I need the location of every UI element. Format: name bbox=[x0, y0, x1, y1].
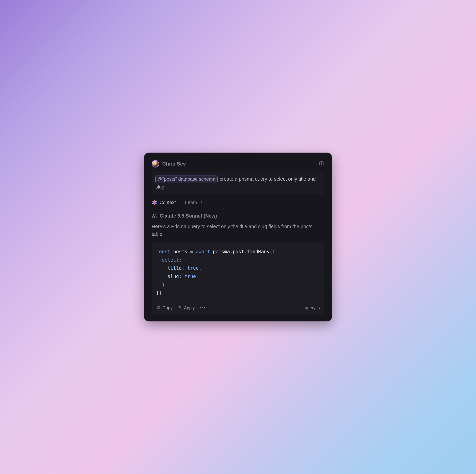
sparkle-icon bbox=[178, 305, 182, 311]
code-content[interactable]: const posts = await prisma.post.findMany… bbox=[152, 243, 324, 302]
anthropic-logo-icon: A\ bbox=[152, 213, 157, 219]
prompt-input[interactable]: @"posts" database schema create a prisma… bbox=[152, 172, 324, 194]
copy-icon bbox=[156, 305, 160, 311]
code-token: slug bbox=[168, 274, 179, 279]
code-token: : bbox=[179, 274, 182, 279]
code-token: true bbox=[187, 265, 199, 271]
model-row: A\ Claude 3.5 Sonnet (New) bbox=[152, 213, 324, 219]
code-token: select bbox=[162, 257, 179, 263]
copy-label: Copy bbox=[162, 305, 172, 310]
svg-rect-2 bbox=[157, 307, 160, 309]
code-token: , bbox=[199, 265, 202, 271]
context-label: Context bbox=[159, 200, 176, 205]
code-token: prisma.post.findMany({ bbox=[213, 249, 275, 255]
apply-label: Apply bbox=[184, 305, 195, 310]
chat-panel: Chris Sev @"posts" database schema creat… bbox=[144, 153, 332, 321]
assistant-response-text: Here's a Prisma query to select only the… bbox=[152, 223, 324, 238]
code-actions: Copy Apply ••• bbox=[156, 305, 206, 311]
svg-rect-0 bbox=[319, 162, 323, 165]
context-asterisk-icon bbox=[152, 200, 157, 205]
context-row[interactable]: Context — 1 item bbox=[152, 200, 324, 205]
user-block: Chris Sev bbox=[152, 160, 186, 167]
chevron-right-icon bbox=[199, 200, 203, 205]
mention-text: @"posts" database schema bbox=[157, 176, 215, 182]
header-row: Chris Sev bbox=[152, 160, 324, 167]
context-count: — 1 item bbox=[178, 200, 197, 205]
apply-button[interactable]: Apply bbox=[178, 305, 195, 311]
copy-button[interactable]: Copy bbox=[156, 305, 172, 311]
panel-toggle-button[interactable] bbox=[319, 161, 324, 167]
mention-chip[interactable]: @"posts" database schema bbox=[155, 176, 218, 183]
code-filename: query.ts bbox=[305, 305, 320, 310]
code-token: = bbox=[190, 249, 193, 255]
model-name: Claude 3.5 Sonnet (New) bbox=[160, 213, 217, 219]
code-token: posts bbox=[173, 249, 187, 255]
code-token: : bbox=[182, 265, 185, 271]
avatar[interactable] bbox=[152, 160, 159, 167]
username: Chris Sev bbox=[162, 161, 186, 167]
code-token: true bbox=[185, 274, 196, 279]
code-token: }) bbox=[156, 290, 162, 296]
code-token: } bbox=[162, 282, 165, 288]
code-token: title bbox=[168, 265, 182, 271]
code-block: const posts = await prisma.post.findMany… bbox=[152, 243, 324, 314]
code-token: await bbox=[196, 249, 210, 255]
code-footer: Copy Apply ••• query.ts bbox=[152, 302, 324, 314]
panel-layout-icon bbox=[319, 161, 324, 167]
code-token: const bbox=[156, 249, 170, 255]
code-token: { bbox=[185, 257, 187, 263]
more-button[interactable]: ••• bbox=[200, 306, 206, 310]
